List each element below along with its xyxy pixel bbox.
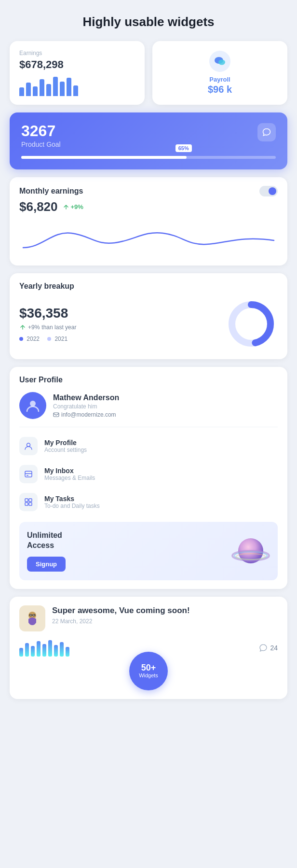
goal-progress-label: 65% — [176, 144, 192, 152]
my-profile-sub: Account settings — [44, 447, 87, 453]
legend-2022: 2022 — [19, 336, 40, 342]
profile-user-row: Mathew Anderson Congratulate him info@mo… — [19, 392, 278, 427]
goal-progress-fill — [21, 156, 187, 159]
monthly-value: $6,820 — [19, 199, 58, 214]
payroll-icon — [209, 51, 230, 72]
page-wrapper: Highly usable widgets Earnings $678,298 … — [0, 0, 297, 723]
tasks-icon — [19, 493, 38, 511]
goal-top: 3267 Product Goal — [21, 123, 276, 148]
monthly-value-row: $6,820 +9% — [19, 199, 278, 214]
widgets-sub: Widgets — [139, 672, 158, 678]
earnings-bar-chart — [19, 77, 135, 96]
goal-progress-bg — [21, 156, 276, 159]
monthly-badge-text: +9% — [71, 203, 83, 210]
yearly-left: $36,358 +9% than last year 2022 2021 — [19, 306, 76, 342]
access-text: Unlimited Access — [27, 531, 66, 551]
profile-email: info@modernize.com — [53, 411, 119, 418]
access-banner: Unlimited Access Signup — [19, 522, 278, 580]
top-row: Earnings $678,298 Payroll $96 k — [10, 41, 287, 105]
product-goal-card: 3267 Product Goal 65% — [10, 112, 287, 169]
svg-point-7 — [27, 443, 30, 447]
audio-bar — [60, 642, 64, 657]
yearly-value: $36,358 — [19, 306, 76, 321]
user-profile-card: User Profile Mathew Anderson Congratulat… — [10, 367, 287, 589]
profile-menu-inbox[interactable]: My Inbox Messages & Emails — [19, 460, 278, 488]
planet-illustration — [231, 532, 270, 570]
earnings-bar — [26, 83, 31, 96]
svg-rect-6 — [54, 413, 59, 417]
legend-2021: 2021 — [47, 336, 68, 342]
audio-bars — [19, 639, 69, 657]
yearly-inner: $36,358 +9% than last year 2022 2021 — [19, 297, 278, 350]
bottom-card: Super awesome, Vue coming soon! 22 March… — [10, 597, 287, 699]
page-title: Highly usable widgets — [10, 14, 287, 29]
post-title: Super awesome, Vue coming soon! — [52, 605, 190, 616]
profile-menu-tasks[interactable]: My Tasks To-do and Daily tasks — [19, 488, 278, 516]
inbox-icon — [19, 465, 38, 483]
comment-count-text: 24 — [270, 644, 278, 652]
profile-menu-my-profile[interactable]: My Profile Account settings — [19, 432, 278, 460]
earnings-bar — [19, 87, 24, 96]
tasks-sub: To-do and Daily tasks — [44, 503, 100, 509]
svg-rect-23 — [28, 618, 36, 623]
monthly-toggle[interactable] — [259, 186, 278, 196]
my-profile-icon — [19, 437, 38, 455]
svg-rect-13 — [29, 503, 32, 505]
goal-chat-icon[interactable] — [257, 123, 276, 141]
legend-dot-2022 — [19, 337, 23, 341]
audio-bar — [54, 645, 58, 657]
earnings-bar — [60, 82, 65, 96]
yearly-badge-suffix: than last year — [41, 324, 76, 331]
earnings-label: Earnings — [19, 50, 135, 56]
widgets-badge: 50+ Widgets — [129, 652, 168, 690]
monthly-earnings-card: Monthly earnings $6,820 +9% — [10, 177, 287, 266]
profile-title: User Profile — [19, 376, 278, 384]
svg-rect-8 — [25, 471, 32, 477]
monthly-line-chart — [19, 221, 278, 255]
audio-bar — [42, 644, 46, 657]
svg-rect-12 — [25, 503, 28, 505]
bottom-post-row: Super awesome, Vue coming soon! 22 March… — [19, 605, 278, 631]
tasks-label: My Tasks — [44, 495, 100, 503]
inbox-label: My Inbox — [44, 467, 95, 475]
yearly-legend: 2022 2021 — [19, 336, 76, 342]
profile-congrat: Congratulate him — [53, 403, 119, 410]
post-date: 22 March, 2022 — [52, 618, 190, 625]
inbox-sub: Messages & Emails — [44, 475, 95, 481]
earnings-value: $678,298 — [19, 58, 135, 71]
payroll-label: Payroll — [209, 76, 230, 83]
earnings-bar — [67, 78, 71, 96]
svg-rect-10 — [25, 499, 28, 502]
post-avatar — [19, 605, 45, 631]
earnings-bar — [73, 85, 78, 96]
legend-dot-2021 — [47, 337, 51, 341]
my-profile-label: My Profile — [44, 439, 87, 447]
audio-bar — [48, 640, 52, 657]
monthly-header: Monthly earnings — [19, 186, 278, 196]
earnings-bar — [33, 86, 38, 96]
monthly-badge: +9% — [63, 203, 83, 210]
toggle-dot — [269, 187, 276, 195]
yearly-breakup-card: Yearly breakup $36,358 +9% than last yea… — [10, 273, 287, 359]
audio-bar — [25, 643, 29, 657]
svg-rect-11 — [29, 499, 32, 502]
svg-point-2 — [218, 60, 225, 65]
payroll-card: Payroll $96 k — [152, 41, 287, 105]
svg-point-5 — [30, 401, 36, 406]
goal-number: 3267 — [21, 123, 61, 139]
audio-bar — [66, 647, 69, 657]
avatar — [19, 392, 46, 419]
profile-name: Mathew Anderson — [53, 393, 119, 402]
payroll-value: $96 k — [208, 84, 232, 95]
comment-count: 24 — [259, 644, 278, 652]
yearly-badge: +9% than last year — [19, 324, 76, 331]
earnings-bar — [53, 77, 58, 96]
earnings-bar — [40, 79, 44, 96]
monthly-title: Monthly earnings — [19, 187, 83, 196]
yearly-badge-pct: +9% — [28, 324, 40, 331]
goal-label: Product Goal — [21, 140, 61, 148]
audio-bar — [31, 646, 35, 657]
signup-button[interactable]: Signup — [27, 557, 66, 572]
donut-chart — [225, 297, 278, 350]
widgets-count: 50+ — [141, 663, 156, 673]
